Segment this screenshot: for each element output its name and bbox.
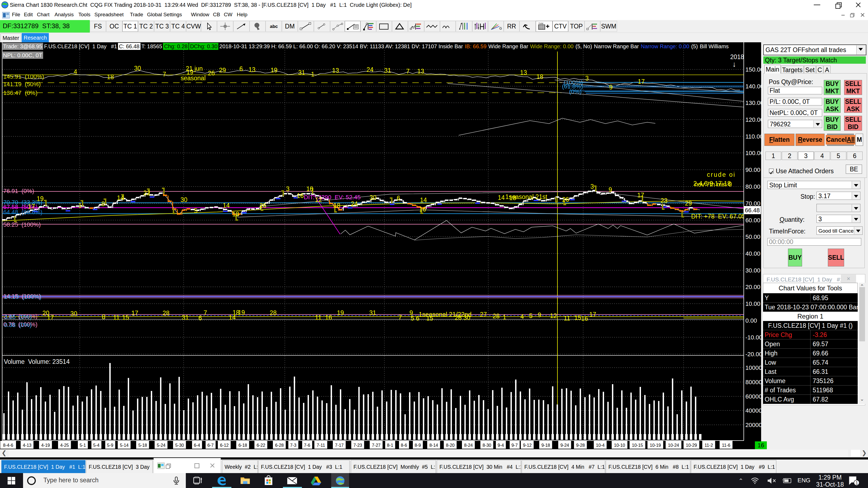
svg-text:9-18: 9-18 (541, 443, 550, 448)
svg-text:8-30: 8-30 (483, 443, 491, 448)
svg-text:40000: 40000 (745, 407, 761, 414)
svg-text:100.00: 100.00 (745, 150, 761, 156)
svg-text:8-14: 8-14 (429, 443, 438, 448)
svg-text:28: 28 (270, 310, 277, 316)
svg-text:abc: abc (270, 24, 278, 29)
svg-text:4-19: 4-19 (41, 443, 50, 448)
svg-text:10.00: 10.00 (745, 300, 760, 307)
svg-text:7: 7 (163, 71, 166, 78)
svg-text:5-4: 5-4 (93, 443, 99, 448)
svg-text:10-29: 10-29 (686, 443, 697, 448)
svg-text:30.00: 30.00 (745, 267, 760, 274)
svg-text:23: 23 (660, 197, 668, 204)
svg-text:17: 17 (47, 314, 54, 321)
svg-text:12: 12 (315, 196, 322, 203)
svg-text:66.48: 66.48 (745, 207, 760, 214)
svg-text:145.91 (100%): 145.91 (100%) (3, 73, 44, 80)
svg-text:7: 7 (406, 68, 410, 75)
svg-text:-10.00: -10.00 (745, 334, 761, 341)
svg-text:4-25: 4-25 (60, 443, 69, 448)
svg-text:6-7: 6-7 (207, 443, 214, 448)
svg-text:5-30: 5-30 (175, 443, 184, 448)
svg-text:6: 6 (198, 315, 202, 322)
svg-text:0.38 (0%): 0.38 (0%) (4, 322, 32, 328)
svg-text:11: 11 (564, 315, 570, 322)
svg-text:5-9: 5-9 (107, 443, 113, 448)
svg-text:26 30: 26 30 (455, 314, 470, 321)
svg-text:17: 17 (131, 310, 138, 317)
svg-text:4: 4 (521, 313, 524, 320)
svg-text:3: 3 (286, 186, 290, 193)
svg-text:10-24: 10-24 (668, 443, 679, 448)
svg-text:26: 26 (562, 196, 569, 203)
svg-text:3: 3 (585, 75, 589, 82)
svg-text:11-2: 11-2 (705, 443, 713, 448)
svg-text:90.00: 90.00 (745, 166, 760, 173)
svg-text:5-1: 5-1 (80, 443, 86, 448)
svg-text:8-6: 8-6 (401, 443, 407, 448)
svg-text:7-6: 7-6 (304, 443, 310, 448)
svg-text:26: 26 (259, 202, 267, 209)
svg-text:31: 31 (182, 314, 189, 321)
svg-text:130.00: 130.00 (745, 99, 761, 106)
svg-text:14.19 (100%): 14.19 (100%) (4, 293, 41, 300)
svg-text:29: 29 (219, 67, 226, 74)
svg-text:15: 15 (122, 314, 129, 321)
svg-text:5-24: 5-24 (157, 443, 165, 448)
svg-text:76.91 (0%): 76.91 (0%) (3, 188, 34, 194)
svg-text:22: 22 (143, 190, 150, 197)
svg-text:14: 14 (420, 197, 427, 204)
svg-text:9-24: 9-24 (560, 443, 569, 448)
svg-text:3.85 (0%): 3.85 (0%) (4, 314, 32, 320)
svg-text:5 6: 5 6 (411, 315, 420, 322)
svg-text:18: 18 (107, 73, 114, 80)
svg-text:10-15: 10-15 (632, 443, 643, 448)
svg-text:7: 7 (204, 310, 207, 316)
svg-text:6-12: 6-12 (220, 443, 229, 448)
svg-text:5-14: 5-14 (120, 443, 129, 448)
svg-text:13: 13 (417, 68, 424, 75)
svg-text:80.00: 80.00 (745, 183, 760, 190)
svg-text:5: 5 (194, 207, 198, 214)
svg-text:9: 9 (609, 186, 612, 193)
svg-text:6: 6 (240, 65, 243, 72)
svg-text:9-12: 9-12 (523, 443, 532, 448)
svg-text:9: 9 (538, 312, 541, 319)
svg-text:9-4: 9-4 (497, 443, 504, 448)
svg-text:10: 10 (306, 186, 313, 193)
svg-text:4-13: 4-13 (23, 443, 31, 448)
svg-text:7: 7 (399, 314, 402, 321)
svg-text:7-3: 7-3 (290, 443, 296, 448)
svg-text:16: 16 (419, 206, 426, 213)
svg-text:8-24: 8-24 (464, 443, 473, 448)
svg-text:11: 11 (315, 314, 321, 321)
svg-text:17: 17 (637, 192, 644, 199)
svg-text:28: 28 (162, 310, 169, 317)
svg-text:DIT: -2290 EV: 52.45: DIT: -2290 EV: 52.45 (304, 194, 361, 201)
svg-text:16: 16 (581, 315, 588, 322)
svg-text:8-4-6: 8-4-6 (3, 443, 13, 448)
svg-text:16: 16 (297, 192, 304, 199)
svg-text:24: 24 (351, 200, 358, 207)
svg-text:6: 6 (397, 195, 400, 202)
svg-text:10-4: 10-4 (596, 443, 604, 448)
svg-text:9: 9 (609, 84, 613, 91)
svg-text:3: 3 (590, 183, 594, 190)
svg-text:19: 19 (271, 67, 278, 74)
svg-text:150.00: 150.00 (745, 66, 761, 73)
svg-text:1: 1 (856, 480, 858, 485)
svg-text:58.25 (100%): 58.25 (100%) (3, 221, 41, 228)
svg-text:5: 5 (529, 312, 533, 319)
svg-text:14: 14 (117, 194, 124, 201)
svg-text:19: 19 (238, 309, 245, 316)
svg-text:110.00: 110.00 (745, 133, 761, 140)
svg-text:141.19 (50%): 141.19 (50%) (3, 81, 41, 88)
svg-text:140.00: 140.00 (745, 83, 761, 90)
svg-text:Volume Volume: 23514: Volume Volume: 23514 (4, 358, 70, 365)
svg-text:13: 13 (332, 67, 339, 74)
svg-text:13: 13 (520, 69, 527, 76)
svg-text:6-22: 6-22 (257, 443, 265, 448)
svg-text:8-9: 8-9 (414, 443, 421, 448)
svg-text:16: 16 (325, 314, 332, 321)
svg-text:13: 13 (248, 66, 255, 73)
